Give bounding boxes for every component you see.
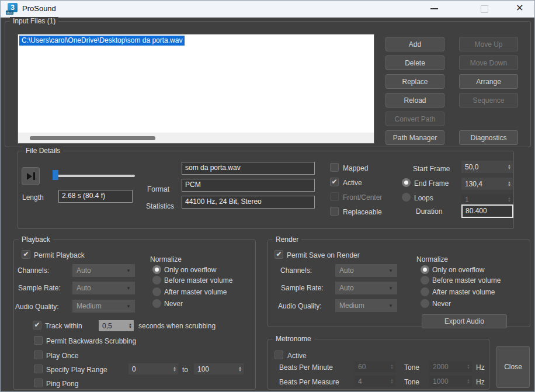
delete-button[interactable]: Delete <box>385 55 444 70</box>
diagnostics-button[interactable]: Diagnostics <box>459 130 518 145</box>
mapped-checkbox[interactable]: ✔ <box>330 163 339 172</box>
loops-spinner[interactable]: 1 ▲▼ <box>461 194 513 206</box>
track-within-spinner[interactable]: 0,5 ▲▼ <box>99 320 134 331</box>
tone2-label: Tone <box>404 378 419 386</box>
close-button[interactable]: Close <box>496 346 530 388</box>
add-button[interactable]: Add <box>385 37 444 51</box>
playback-audio-quality-dropdown[interactable]: Medium ▼ <box>72 300 135 313</box>
render-audio-quality-dropdown[interactable]: Medium ▼ <box>335 299 397 312</box>
permit-save-render-checkbox[interactable]: ✔ <box>275 250 283 259</box>
horizontal-scrollbar[interactable] <box>18 133 374 143</box>
play-once-label: Play Once <box>46 352 78 360</box>
tone2-spinner[interactable]: 1000 ▲▼ <box>429 376 472 387</box>
spinner-arrows-icon[interactable]: ▲▼ <box>128 323 134 329</box>
title-bar: 3 MAX ProSound ✕ <box>0 0 535 18</box>
playback-normalize-before-radio[interactable] <box>152 276 161 285</box>
end-frame-radio[interactable] <box>402 178 411 187</box>
ping-pong-label: Ping Pong <box>46 380 78 388</box>
move-up-button[interactable]: Move Up <box>459 37 518 51</box>
playhead-slider-track[interactable] <box>53 175 135 177</box>
track-within-suffix-label: seconds when scrubbing <box>138 322 216 330</box>
spinner-arrows-icon[interactable]: ▲▼ <box>467 379 472 384</box>
spinner-arrows-icon[interactable]: ▲▼ <box>508 181 513 187</box>
range-to-spinner[interactable]: 100 ▲▼ <box>194 363 244 374</box>
specify-play-range-label: Specify Play Range <box>46 366 107 374</box>
maximize-button[interactable] <box>481 5 488 13</box>
replaceable-checkbox[interactable]: ✔ <box>330 207 339 216</box>
render-normalize-never-label: Never <box>432 300 451 308</box>
spinner-arrows-icon[interactable]: ▲▼ <box>390 379 395 384</box>
render-normalize-overflow-radio[interactable] <box>421 265 429 274</box>
ping-pong-checkbox[interactable]: ✔ <box>34 379 43 387</box>
render-normalize-before-radio[interactable] <box>421 276 429 285</box>
playback-normalize-after-radio[interactable] <box>152 287 161 296</box>
close-window-button[interactable]: ✕ <box>516 2 523 13</box>
bpm-spinner[interactable]: 60 ▲▼ <box>355 361 395 372</box>
specify-play-range-checkbox[interactable]: ✔ <box>34 365 43 373</box>
dropdown-arrow-icon: ▼ <box>388 286 393 291</box>
spinner-arrows-icon[interactable]: ▲▼ <box>508 164 513 170</box>
duration-field[interactable]: 80.400 <box>461 204 513 218</box>
mapped-label: Mapped <box>343 164 368 172</box>
metronome-active-label: Active <box>287 352 307 360</box>
format-field[interactable]: PCM <box>182 179 315 192</box>
range-from-spinner[interactable]: 0 ▲▼ <box>128 363 178 374</box>
playhead-slider-handle[interactable] <box>53 170 58 180</box>
render-group-label: Render <box>273 235 301 244</box>
statistics-field[interactable]: 44100 Hz, 24 Bit, Stereo <box>182 196 315 209</box>
statistics-label: Statistics <box>146 202 174 210</box>
playback-channels-dropdown[interactable]: Auto ▼ <box>72 264 135 277</box>
render-sample-rate-dropdown[interactable]: Auto ▼ <box>335 282 397 294</box>
spinner-arrows-icon[interactable]: ▲▼ <box>173 366 178 372</box>
front-center-label: Front/Center <box>343 193 382 202</box>
start-frame-spinner[interactable]: 50,0 ▲▼ <box>461 161 513 173</box>
list-item[interactable]: C:\Users\carol\OneDrive\Desktop\som da p… <box>19 36 185 46</box>
sequence-button[interactable]: Sequence <box>459 93 518 107</box>
input-files-list[interactable]: C:\Users\carol\OneDrive\Desktop\som da p… <box>18 34 374 144</box>
spinner-arrows-icon[interactable]: ▲▼ <box>467 364 472 370</box>
end-frame-value: 130,4 <box>465 180 482 188</box>
play-once-checkbox[interactable]: ✔ <box>34 351 43 359</box>
playback-sample-rate-value: Auto <box>77 284 91 292</box>
scrollbar-thumb[interactable] <box>30 136 155 140</box>
playback-normalize-never-radio[interactable] <box>152 299 161 308</box>
playback-normalize-overflow-radio[interactable] <box>152 265 161 274</box>
playback-sample-rate-dropdown[interactable]: Auto ▼ <box>72 282 135 294</box>
filename-field[interactable]: som da porta.wav <box>182 162 315 175</box>
reload-button[interactable]: Reload <box>385 93 444 107</box>
metronome-group-label: Metronome <box>273 335 314 343</box>
tone1-label: Tone <box>404 363 419 372</box>
spinner-arrows-icon[interactable]: ▲▼ <box>390 364 395 370</box>
permit-backwards-checkbox[interactable]: ✔ <box>34 336 43 345</box>
length-field[interactable]: 2.68 s (80.4 f) <box>58 190 133 203</box>
render-audio-quality-value: Medium <box>339 301 364 310</box>
tone1-spinner[interactable]: 2000 ▲▼ <box>429 361 472 372</box>
path-manager-button[interactable]: Path Manager <box>385 130 444 145</box>
playback-audio-quality-value: Medium <box>77 302 102 310</box>
render-normalize-after-radio[interactable] <box>421 287 429 296</box>
spinner-arrows-icon[interactable]: ▲▼ <box>508 197 513 203</box>
hz1-label: Hz <box>476 363 485 372</box>
loops-radio[interactable] <box>402 193 411 202</box>
permit-playback-checkbox[interactable]: ✔ <box>22 250 30 259</box>
end-frame-spinner[interactable]: 130,4 ▲▼ <box>461 178 513 190</box>
spinner-arrows-icon[interactable]: ▲▼ <box>238 366 244 372</box>
minimize-button[interactable] <box>430 8 438 9</box>
render-normalize-never-radio[interactable] <box>421 299 429 308</box>
render-channels-dropdown[interactable]: Auto ▼ <box>335 264 397 277</box>
tone2-value: 1000 <box>433 377 449 386</box>
play-to-end-button[interactable] <box>22 167 40 185</box>
move-down-button[interactable]: Move Down <box>459 55 518 70</box>
bpmeasure-spinner[interactable]: 4 ▲▼ <box>355 376 395 387</box>
front-center-checkbox[interactable]: ✔ <box>330 192 339 201</box>
metronome-active-checkbox[interactable]: ✔ <box>275 351 283 359</box>
track-within-checkbox[interactable]: ✔ <box>33 321 41 329</box>
active-checkbox[interactable]: ✔ <box>330 178 339 186</box>
playback-normalize-overflow-label: Only on overflow <box>164 266 216 274</box>
convert-path-button[interactable]: Convert Path <box>385 112 444 126</box>
export-audio-button[interactable]: Export Audio <box>422 314 507 328</box>
arrange-button[interactable]: Arrange <box>459 74 518 89</box>
playback-normalize-label: Normalize <box>150 255 182 263</box>
replace-button[interactable]: Replace <box>385 74 444 89</box>
playback-normalize-never-label: Never <box>164 300 183 308</box>
